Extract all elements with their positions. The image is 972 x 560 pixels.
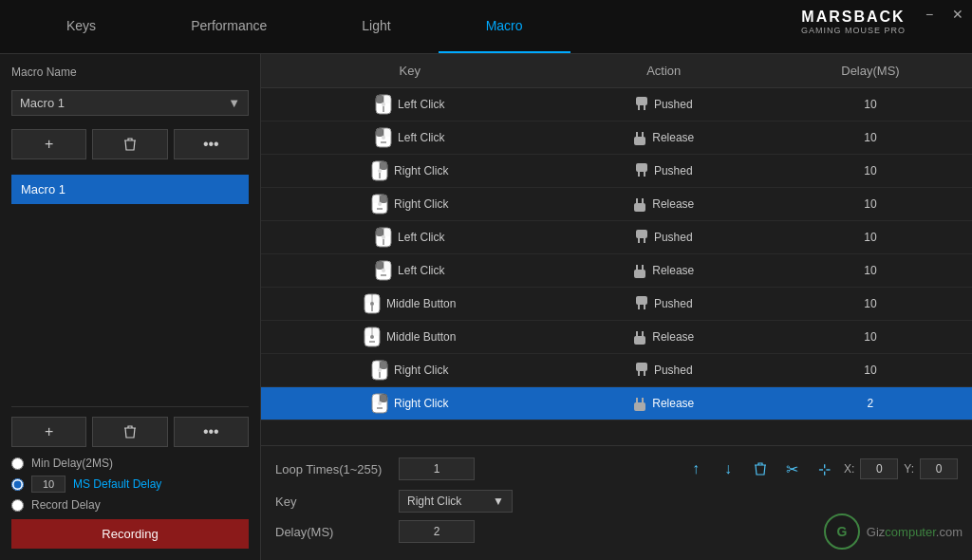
move-down-button[interactable]: ↓: [715, 456, 741, 482]
svg-text:G: G: [836, 524, 847, 539]
bottom-more-button[interactable]: •••: [174, 417, 249, 447]
table-row[interactable]: Right Click Pushed 10: [261, 155, 972, 188]
gizcomputer-logo: G: [823, 513, 861, 551]
action-cell: Release: [559, 188, 769, 221]
tab-macro[interactable]: Macro: [439, 0, 570, 53]
svg-rect-83: [372, 394, 380, 402]
svg-rect-69: [634, 336, 645, 345]
key-cell: Left Click: [261, 88, 559, 121]
delay-cell: 10: [769, 155, 972, 188]
ms-default-label[interactable]: MS Default Delay: [73, 477, 161, 491]
svg-rect-38: [376, 228, 383, 236]
delay-ms-label: Delay(MS): [275, 525, 389, 539]
table-row[interactable]: Right Click Pushed 10: [261, 354, 972, 387]
delay-cell: 10: [769, 254, 972, 288]
action-icon: [633, 129, 646, 146]
svg-rect-29: [372, 195, 380, 203]
tab-keys[interactable]: Keys: [19, 0, 143, 53]
svg-point-85: [378, 401, 382, 405]
record-delay-option[interactable]: Record Delay: [11, 498, 249, 512]
watermark: G Gizcomputer.com: [823, 513, 963, 551]
table-row[interactable]: Middle Button Pushed 10: [261, 288, 972, 321]
action-name: Pushed: [654, 364, 693, 377]
action-icon: [635, 162, 648, 179]
move-button[interactable]: ⊹: [812, 456, 838, 482]
sidebar-bottom: + ••• Min Delay(2MS) MS Default Delay: [11, 406, 249, 549]
action-cell: Pushed: [559, 288, 769, 321]
delay-ms-input[interactable]: [399, 520, 475, 543]
title-bar: − ✕: [915, 0, 972, 28]
table-row[interactable]: Right Click Release 2: [261, 387, 972, 420]
delete-row-button[interactable]: [747, 456, 774, 482]
move-up-button[interactable]: ↑: [682, 456, 709, 482]
sidebar: Macro Name Macro 1 ▼ + ••• Macro 1 +: [0, 54, 261, 560]
main-layout: Macro Name Macro 1 ▼ + ••• Macro 1 +: [0, 54, 972, 560]
recording-button[interactable]: Recording: [11, 519, 249, 549]
more-macro-button[interactable]: •••: [174, 129, 249, 159]
svg-rect-6: [636, 97, 647, 105]
action-icon: [633, 395, 646, 412]
delay-cell: 2: [769, 387, 972, 420]
svg-point-31: [378, 202, 382, 206]
action-icon: [633, 196, 646, 213]
macro-dropdown[interactable]: Macro 1 ▼: [11, 90, 249, 116]
svg-rect-87: [634, 402, 645, 411]
svg-point-58: [370, 302, 374, 306]
svg-rect-15: [634, 137, 645, 145]
key-cell: Left Click: [261, 221, 559, 254]
svg-rect-12: [383, 128, 391, 137]
loop-times-input[interactable]: [399, 457, 475, 480]
key-name: Right Click: [394, 364, 448, 377]
delay-cell: 10: [769, 121, 972, 155]
action-icon: [633, 328, 646, 345]
svg-rect-39: [383, 228, 391, 236]
bottom-delete-button[interactable]: [92, 417, 167, 447]
action-cell: Pushed: [559, 221, 769, 254]
add-macro-button[interactable]: +: [11, 129, 86, 159]
y-label: Y:: [904, 462, 914, 476]
macro-table: Key Action Delay(MS) Left Click: [261, 54, 972, 420]
action-name: Pushed: [654, 98, 693, 111]
table-header-row: Key Action Delay(MS): [261, 54, 972, 88]
chevron-down-icon: ▼: [228, 96, 240, 110]
brand-subtitle: GAMING MOUSE PRO: [801, 26, 906, 36]
cut-button[interactable]: ✂: [779, 456, 806, 482]
trash-icon: [123, 137, 137, 152]
svg-rect-47: [376, 261, 383, 270]
action-buttons: + •••: [11, 129, 249, 159]
min-delay-option[interactable]: Min Delay(2MS): [11, 457, 249, 470]
table-row[interactable]: Middle Button Release 10: [261, 321, 972, 354]
svg-point-4: [382, 103, 385, 106]
action-name: Release: [652, 131, 694, 144]
macro-list: Macro 1: [11, 175, 249, 399]
x-input[interactable]: [860, 458, 898, 479]
table-row[interactable]: Right Click Release 10: [261, 188, 972, 221]
table-row[interactable]: Left Click Release 10: [261, 121, 972, 155]
table-row[interactable]: Left Click Release 10: [261, 254, 972, 288]
bottom-add-button[interactable]: +: [11, 417, 86, 447]
action-name: Pushed: [654, 297, 693, 310]
key-name: Right Click: [394, 164, 448, 177]
ms-delay-input[interactable]: [31, 476, 65, 493]
table-row[interactable]: Left Click Pushed 10: [261, 221, 972, 254]
y-input[interactable]: [920, 458, 958, 479]
key-dropdown[interactable]: Right Click ▼: [399, 490, 513, 513]
right-panel: Key Action Delay(MS) Left Click: [261, 54, 972, 560]
action-name: Release: [652, 397, 694, 410]
key-cell: Left Click: [261, 254, 559, 288]
minimize-button[interactable]: −: [915, 0, 944, 28]
tab-light[interactable]: Light: [314, 0, 438, 53]
svg-rect-42: [636, 230, 647, 238]
svg-rect-30: [380, 195, 387, 203]
ms-default-option[interactable]: MS Default Delay: [11, 476, 249, 493]
key-cell: Left Click: [261, 121, 559, 155]
tab-performance[interactable]: Performance: [143, 0, 314, 53]
svg-rect-2: [376, 95, 383, 103]
delete-macro-button[interactable]: [92, 129, 167, 159]
action-cell: Pushed: [559, 88, 769, 121]
macro-item[interactable]: Macro 1: [11, 175, 249, 204]
key-name: Left Click: [398, 231, 444, 244]
key-cell: Middle Button: [261, 321, 559, 354]
close-button[interactable]: ✕: [944, 0, 972, 28]
table-row[interactable]: Left Click Pushed 10: [261, 88, 972, 121]
